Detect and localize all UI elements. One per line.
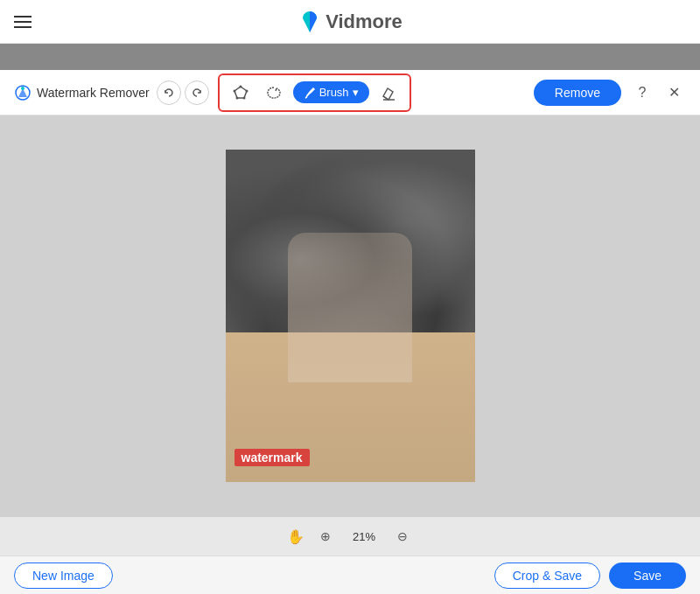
canvas-area: watermark — [0, 115, 700, 516]
brush-dropdown-icon: ▾ — [353, 86, 359, 99]
toolbar-right: ? ✕ — [630, 80, 686, 105]
brush-tool-button[interactable]: Brush ▾ — [293, 81, 369, 103]
eraser-icon — [381, 85, 396, 101]
zoom-bar: ✋ ⊕ 21% ⊖ — [0, 516, 700, 556]
hand-tool-icon[interactable]: ✋ — [287, 528, 304, 545]
close-button[interactable]: ✕ — [662, 80, 686, 105]
watermark-remover-label: Watermark Remover — [14, 84, 150, 101]
vidmore-logo-icon — [298, 10, 322, 34]
save-button[interactable]: Save — [609, 563, 686, 589]
remove-button[interactable]: Remove — [534, 80, 621, 106]
undo-icon — [164, 87, 174, 98]
zoom-level: 21% — [346, 530, 382, 543]
beach-image: watermark — [226, 150, 475, 482]
polygon-tool-button[interactable] — [227, 79, 255, 107]
watermark-remover-text: Watermark Remover — [37, 86, 150, 100]
undo-redo-group — [157, 80, 209, 105]
brush-label: Brush — [319, 86, 349, 99]
toolbar-left: Watermark Remover — [14, 80, 209, 105]
redo-icon — [192, 87, 202, 98]
tool-selection-group: Brush ▾ — [218, 73, 411, 112]
bottom-bar: New Image Crop & Save Save — [0, 556, 700, 594]
watermark-text: watermark — [234, 449, 310, 466]
lasso-tool-icon — [266, 85, 282, 101]
svg-point-4 — [245, 89, 248, 92]
zoom-out-button[interactable]: ⊖ — [392, 526, 413, 547]
brush-icon — [304, 87, 316, 99]
person-area — [288, 233, 413, 382]
svg-point-5 — [242, 96, 245, 99]
svg-point-3 — [239, 85, 242, 87]
undo-button[interactable] — [157, 80, 181, 105]
lasso-tool-button[interactable] — [260, 79, 288, 107]
bottom-right-actions: Crop & Save Save — [494, 563, 686, 589]
watermark-remover-icon — [14, 84, 32, 101]
help-button[interactable]: ? — [630, 80, 654, 105]
image-container: watermark — [226, 150, 475, 482]
new-image-button[interactable]: New Image — [14, 563, 113, 589]
svg-point-1 — [21, 87, 24, 90]
zoom-in-button[interactable]: ⊕ — [315, 526, 336, 547]
logo: Vidmore — [298, 10, 402, 34]
svg-point-6 — [235, 96, 238, 99]
svg-marker-2 — [234, 87, 247, 98]
logo-text: Vidmore — [326, 10, 402, 33]
polygon-tool-icon — [233, 85, 248, 101]
svg-point-7 — [233, 89, 235, 92]
eraser-tool-button[interactable] — [374, 79, 402, 107]
gray-bar — [0, 44, 700, 70]
toolbar: Watermark Remover — [0, 70, 700, 115]
crop-save-button[interactable]: Crop & Save — [494, 563, 600, 589]
title-bar: Vidmore — [0, 0, 700, 44]
menu-icon[interactable] — [14, 16, 32, 28]
redo-button[interactable] — [185, 80, 209, 105]
